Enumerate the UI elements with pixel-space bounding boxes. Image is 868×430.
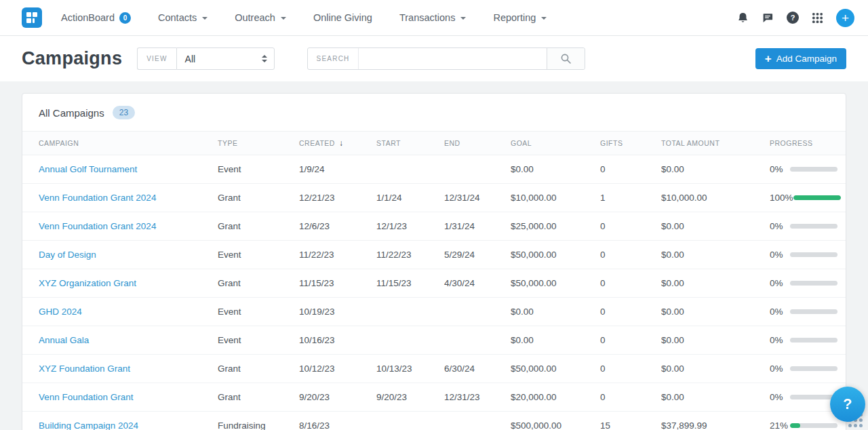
column-header-created[interactable]: CREATED↓ — [277, 132, 355, 155]
cell-start — [355, 326, 422, 355]
campaign-link[interactable]: GHD 2024 — [39, 307, 82, 317]
cell-goal: $20,000.00 — [489, 383, 578, 412]
column-header-label: START — [376, 139, 401, 147]
campaign-link[interactable]: Day of Design — [39, 250, 96, 260]
column-header-goal[interactable]: GOAL — [489, 132, 578, 155]
progress-fill — [790, 423, 800, 428]
cell-progress: 0% — [748, 355, 846, 383]
column-header-start[interactable]: START — [355, 132, 422, 155]
campaign-link[interactable]: Building Campaign 2024 — [39, 421, 138, 430]
help-fab-button[interactable]: ? — [830, 387, 865, 422]
cell-campaign: Day of Design — [22, 241, 196, 269]
search-button[interactable] — [547, 48, 585, 69]
campaign-link[interactable]: Annual Gala — [39, 335, 89, 345]
column-header-campaign[interactable]: CAMPAIGN — [22, 132, 196, 155]
progress-bar — [790, 252, 837, 257]
cell-end: 12/31/24 — [422, 184, 489, 212]
cell-goal: $50,000.00 — [489, 241, 578, 269]
progress-bar — [790, 281, 837, 286]
progress-wrap: 21% — [770, 421, 846, 430]
column-header-type[interactable]: TYPE — [196, 132, 277, 155]
table-row: Annual GalaEvent10/16/23$0.000$0.000% — [22, 326, 846, 355]
notifications-bell-icon[interactable] — [737, 12, 749, 24]
cell-campaign: Venn Foundation Grant 2024 — [22, 184, 196, 212]
cell-start: 11/15/23 — [355, 269, 422, 298]
table-row: XYZ Organization GrantGrant11/15/2311/15… — [22, 269, 846, 298]
column-header-gifts[interactable]: GIFTS — [578, 132, 639, 155]
search-icon — [560, 53, 572, 64]
progress-fill — [793, 195, 841, 200]
search-label: SEARCH — [308, 48, 359, 69]
nav-item-reporting[interactable]: Reporting — [493, 12, 547, 23]
cell-gifts: 0 — [578, 326, 639, 355]
cell-total: $0.00 — [639, 212, 748, 241]
cell-gifts: 0 — [578, 241, 639, 269]
cell-created: 11/15/23 — [277, 269, 355, 298]
top-nav: ActionBoard0ContactsOutreachOnline Givin… — [0, 0, 868, 36]
progress-percent: 0% — [770, 164, 790, 174]
column-header-progress[interactable]: PROGRESS — [748, 132, 846, 155]
campaign-link[interactable]: Venn Foundation Grant 2024 — [39, 193, 156, 203]
progress-wrap: 0% — [770, 364, 846, 374]
cell-goal: $50,000.00 — [489, 269, 578, 298]
column-header-total-amount[interactable]: TOTAL AMOUNT — [639, 132, 748, 155]
cell-gifts: 0 — [578, 355, 639, 383]
progress-wrap: 0% — [770, 335, 846, 345]
cell-total: $37,899.99 — [639, 412, 748, 430]
cell-progress: 21% — [748, 412, 846, 430]
main-nav: ActionBoard0ContactsOutreachOnline Givin… — [61, 12, 724, 24]
cell-end — [422, 326, 489, 355]
chat-icon[interactable] — [762, 12, 774, 24]
campaigns-table: CAMPAIGNTYPECREATED↓STARTENDGOALGIFTSTOT… — [22, 131, 846, 430]
cell-start — [355, 298, 422, 326]
nav-item-label: Reporting — [493, 12, 536, 23]
cell-created: 10/12/23 — [277, 355, 355, 383]
campaign-link[interactable]: XYZ Foundation Grant — [39, 364, 130, 374]
cell-total: $0.00 — [639, 355, 748, 383]
campaign-link[interactable]: Venn Foundation Grant 2024 — [39, 221, 156, 231]
apps-grid-icon[interactable] — [812, 12, 823, 24]
nav-badge: 0 — [119, 12, 131, 24]
nav-item-transactions[interactable]: Transactions — [399, 12, 466, 23]
progress-percent: 0% — [770, 250, 790, 260]
cell-campaign: Venn Foundation Grant 2024 — [22, 212, 196, 241]
campaign-link[interactable]: Venn Foundation Grant — [39, 392, 134, 402]
nav-item-actionboard[interactable]: ActionBoard0 — [61, 12, 131, 24]
column-header-end[interactable]: END — [422, 132, 489, 155]
chevron-down-icon — [202, 17, 208, 20]
quick-add-button[interactable]: + — [836, 9, 854, 27]
view-select[interactable]: All — [176, 47, 275, 70]
cell-start: 12/1/23 — [355, 212, 422, 241]
cell-campaign: Annual Gala — [22, 326, 196, 355]
column-header-label: TYPE — [218, 139, 237, 147]
cell-created: 9/20/23 — [277, 383, 355, 412]
search-input[interactable] — [358, 48, 546, 69]
nine-dots-icon — [812, 12, 823, 24]
cell-goal: $500,000.00 — [489, 412, 578, 430]
chevron-down-icon — [281, 17, 286, 20]
progress-percent: 100% — [770, 193, 793, 203]
cell-progress: 0% — [748, 241, 846, 269]
app-logo[interactable] — [22, 7, 42, 28]
help-icon[interactable]: ? — [787, 12, 799, 24]
nav-item-contacts[interactable]: Contacts — [158, 12, 208, 23]
nav-item-label: Outreach — [235, 12, 275, 23]
table-row: Venn Foundation Grant 2024Grant12/21/231… — [22, 184, 846, 212]
panel-title: All Campaigns — [39, 107, 104, 119]
nav-item-outreach[interactable]: Outreach — [235, 12, 286, 23]
campaign-link[interactable]: XYZ Organization Grant — [39, 278, 136, 288]
cell-campaign: XYZ Organization Grant — [22, 269, 196, 298]
cell-progress: 0% — [748, 298, 846, 326]
campaign-link[interactable]: Annual Golf Tournament — [39, 164, 137, 174]
add-campaign-button[interactable]: + Add Campaign — [755, 48, 846, 69]
cell-end: 4/30/24 — [422, 269, 489, 298]
cell-goal: $0.00 — [489, 326, 578, 355]
cell-total: $0.00 — [639, 383, 748, 412]
nav-item-online-giving[interactable]: Online Giving — [313, 12, 372, 23]
cell-progress: 0% — [748, 269, 846, 298]
column-header-label: CREATED — [299, 139, 335, 147]
cell-type: Grant — [196, 383, 277, 412]
progress-bar — [790, 366, 837, 371]
cell-type: Event — [196, 326, 277, 355]
main-content: All Campaigns 23 CAMPAIGNTYPECREATED↓STA… — [0, 81, 868, 430]
